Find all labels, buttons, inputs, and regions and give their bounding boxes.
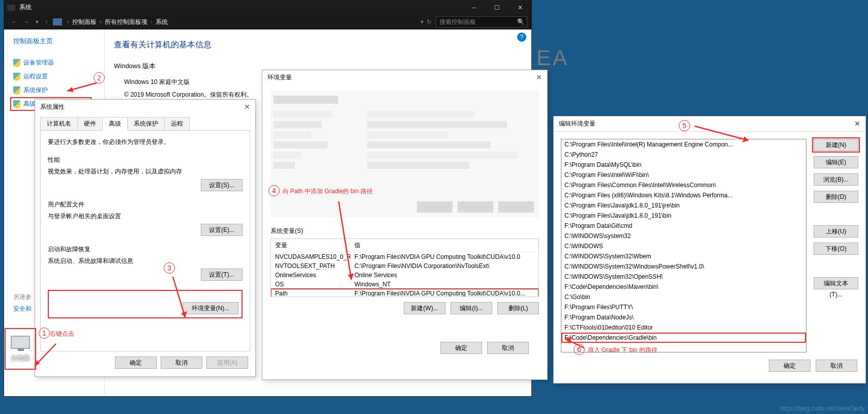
maximize-button[interactable]: ☐	[486, 1, 508, 14]
system-vars-label: 系统变量(S)	[271, 227, 539, 235]
sys-var-row[interactable]: NVCUDASAMPLES10_0_RF:\Program Files\NVDI…	[271, 252, 538, 261]
path-entry[interactable]: F:\CTFtools\010editor\010 Editor	[561, 322, 806, 333]
tab-hardware[interactable]: 硬件	[77, 117, 103, 130]
delete-var-button[interactable]: 删除(L)	[497, 302, 539, 314]
path-entry[interactable]: C:\Program Files\Intel\WiFi\bin\	[561, 170, 806, 180]
help-icon[interactable]: ?	[517, 33, 526, 42]
delete-entry-button[interactable]: 删除(D)	[814, 191, 858, 203]
move-up-button[interactable]: 上移(U)	[814, 225, 858, 238]
apply-button[interactable]: 应用(A)	[206, 357, 248, 369]
path-entry[interactable]: F:\Program Data\NodeJs\	[561, 312, 806, 322]
edit-text-button[interactable]: 编辑文本(T)...	[814, 277, 858, 289]
close-icon[interactable]: ✕	[854, 120, 860, 128]
sys-var-row[interactable]: PathF:\Program Files\NVDIA GPU Computing…	[271, 289, 538, 297]
up-button[interactable]: ↑	[45, 18, 48, 25]
path-entry[interactable]: C:\Program Files (x86)\Windows Kits\8.1\…	[561, 190, 806, 200]
path-entry[interactable]: C:\WINDOWS\System32\WindowsPowerShell\v1…	[561, 261, 806, 272]
ok-button[interactable]: 确定	[769, 360, 811, 372]
minimize-button[interactable]: ─	[463, 1, 486, 14]
path-entry[interactable]: F:\Program Data\Git\cmd	[561, 221, 806, 231]
cancel-button[interactable]: 取消	[161, 357, 202, 369]
tab-computer-name[interactable]: 计算机名	[40, 117, 78, 130]
search-icon: 🔍	[517, 18, 525, 25]
address-dropdown[interactable]: ▾	[421, 18, 424, 25]
path-entry[interactable]: C:\WINDOWS\System32\OpenSSH\	[561, 272, 806, 282]
refresh-button[interactable]: ↻	[427, 18, 432, 25]
path-entry[interactable]: C:\WINDOWS	[561, 241, 806, 251]
admin-hint: 要进行大多数更改，你必须作为管理员登录。	[48, 138, 243, 146]
system-icon	[7, 5, 15, 11]
shield-icon	[13, 73, 20, 81]
tab-remote[interactable]: 远程	[164, 117, 190, 130]
path-entry[interactable]: F:\Program Data\MySQL\bin	[561, 160, 806, 170]
path-entry[interactable]: C:\Program Files\Common Files\Intel\Wire…	[561, 180, 806, 190]
performance-settings-button[interactable]: 设置(S)...	[201, 179, 243, 191]
pc-icon	[53, 18, 62, 25]
security-link[interactable]: 安全和	[13, 303, 32, 315]
system-properties-title: 系统属性	[40, 103, 65, 112]
tabs: 计算机名 硬件 高级 系统保护 远程	[40, 117, 250, 130]
sidebar-device-manager[interactable]: 设备管理器	[13, 56, 104, 70]
watermark: https://blog.csdn.net/JikesTardy	[780, 405, 865, 412]
env-vars-title: 环境变量	[267, 73, 292, 82]
sidebar-remote-settings[interactable]: 远程设置	[13, 70, 104, 83]
related-label: 另请参	[13, 291, 32, 303]
forward-button[interactable]: →	[23, 18, 29, 25]
back-button[interactable]: ←	[11, 18, 17, 25]
sys-var-row[interactable]: NVTOOLSEXT_PATHC:\Program Files\NVIDIA C…	[271, 261, 538, 271]
path-entry-editing[interactable]	[561, 333, 806, 343]
ok-button[interactable]: 确定	[440, 342, 482, 354]
breadcrumb-3[interactable]: 系统	[156, 18, 168, 26]
close-button[interactable]: ✕	[508, 1, 531, 14]
advanced-pane: 要进行大多数更改，你必须作为管理员登录。 性能 视觉效果，处理器计划，内存使用，…	[40, 130, 250, 351]
cancel-button[interactable]: 取消	[487, 342, 529, 354]
edit-env-title: 编辑环境变量	[559, 120, 595, 128]
this-pc-desktop-icon[interactable]: 此电脑	[5, 328, 36, 370]
browse-button[interactable]: 浏览(B)...	[814, 173, 858, 186]
col-value[interactable]: 值	[350, 239, 538, 252]
path-entry-input[interactable]	[562, 333, 805, 342]
path-entry[interactable]: F:\Code\Dependencies\Maven\bin\	[561, 282, 806, 292]
ok-button[interactable]: 确定	[115, 357, 157, 369]
environment-variables-button[interactable]: 环境变量(N)...	[183, 302, 238, 314]
path-entry[interactable]: F:\Program Files\PUTTY\	[561, 302, 806, 312]
path-entries-list[interactable]: C:\Program Files\Intel\Intel(R) Manageme…	[561, 139, 806, 352]
breadcrumb-1[interactable]: 控制面板	[72, 18, 97, 26]
path-entry[interactable]: C:\Program Files\Java\jdk1.8.0_191\jre\b…	[561, 200, 806, 211]
startup-heading: 启动和故障恢复	[48, 245, 243, 254]
path-entry[interactable]: C:\Python27	[561, 150, 806, 160]
user-profile-heading: 用户配置文件	[48, 200, 243, 209]
history-dropdown[interactable]: ▾	[36, 18, 39, 25]
system-titlebar[interactable]: 系统 ─ ☐ ✕	[4, 1, 531, 14]
performance-heading: 性能	[48, 156, 243, 164]
new-var-button[interactable]: 新建(W)...	[404, 302, 445, 314]
control-panel-home-link[interactable]: 控制面板主页	[13, 37, 104, 46]
user-profile-settings-button[interactable]: 设置(E)...	[201, 224, 243, 236]
path-entry[interactable]: C:\Program Files\Intel\Intel(R) Manageme…	[561, 139, 806, 150]
path-entry[interactable]: C:\Go\bin	[561, 292, 806, 302]
edit-entry-button[interactable]: 编辑(E)	[814, 156, 858, 168]
this-pc-label: 此电脑	[11, 354, 29, 363]
move-down-button[interactable]: 下移(O)	[814, 243, 858, 255]
new-entry-button[interactable]: 新建(N)	[814, 139, 858, 151]
close-icon[interactable]: ✕	[244, 103, 250, 112]
cancel-button[interactable]: 取消	[816, 360, 857, 372]
path-entry[interactable]: C:\WINDOWS\system32	[561, 231, 806, 241]
close-icon[interactable]: ✕	[536, 73, 542, 82]
startup-settings-button[interactable]: 设置(T)...	[201, 269, 243, 281]
edit-var-button[interactable]: 编辑(I)...	[451, 302, 492, 314]
tab-system-protection[interactable]: 系统保护	[127, 117, 165, 130]
sys-var-row[interactable]: OSWindows_NT	[271, 280, 538, 289]
search-input[interactable]: 搜索控制面板 🔍	[436, 16, 527, 27]
col-variable[interactable]: 变量	[271, 239, 350, 252]
breadcrumb-2[interactable]: 所有控制面板项	[105, 18, 147, 26]
shield-icon	[13, 100, 20, 108]
startup-desc: 系统启动、系统故障和调试信息	[48, 257, 243, 265]
path-entry[interactable]: C:\WINDOWS\System32\Wbem	[561, 251, 806, 261]
sys-var-row[interactable]: OnlineServicesOnline Services	[271, 271, 538, 280]
sidebar-system-protection[interactable]: 系统保护	[13, 83, 104, 97]
tab-advanced[interactable]: 高级	[102, 117, 128, 131]
path-entry[interactable]: C:\Program Files\Java\jdk1.8.0_191\bin	[561, 211, 806, 221]
monitor-icon	[11, 336, 30, 349]
system-vars-table[interactable]: 变量 值 NVCUDASAMPLES10_0_RF:\Program Files…	[271, 239, 539, 297]
